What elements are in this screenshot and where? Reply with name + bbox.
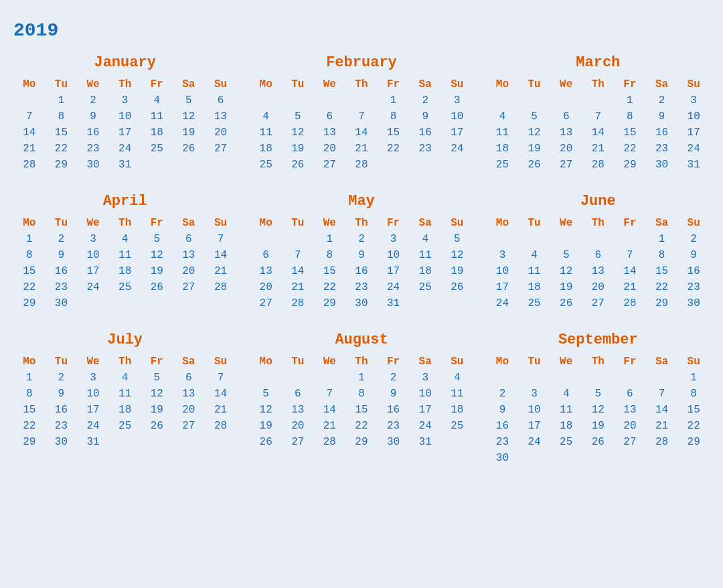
day-cell: 18 <box>518 279 550 295</box>
day-cell <box>173 157 205 173</box>
day-cell: 27 <box>314 157 346 173</box>
day-cell: 28 <box>282 295 314 311</box>
day-header: Th <box>345 76 378 92</box>
day-cell <box>518 450 550 466</box>
month-table: MoTuWeThFrSaSu12345678910111213141516171… <box>250 76 473 173</box>
day-header: Sa <box>409 354 441 370</box>
day-cell: 26 <box>141 418 173 434</box>
day-cell <box>409 157 441 173</box>
day-cell <box>250 370 282 386</box>
day-cell: 17 <box>77 402 109 418</box>
day-cell: 5 <box>250 386 282 402</box>
day-cell: 16 <box>46 263 78 279</box>
day-cell: 10 <box>109 108 141 125</box>
month-march: MarchMoTuWeThFrSaSu123456789101112131415… <box>487 54 710 173</box>
day-cell: 5 <box>141 231 173 247</box>
day-cell: 8 <box>46 108 78 125</box>
month-name: August <box>250 332 473 348</box>
day-cell: 29 <box>314 295 346 311</box>
day-cell: 17 <box>441 125 473 141</box>
day-cell: 22 <box>46 141 78 157</box>
calendar-grid: JanuaryMoTuWeThFrSaSu1234567891011121314… <box>13 54 710 466</box>
day-cell: 3 <box>378 231 410 247</box>
day-header: Mo <box>487 354 519 370</box>
day-header: Fr <box>141 354 173 370</box>
day-cell: 12 <box>550 263 582 279</box>
day-cell <box>550 92 582 108</box>
day-cell: 3 <box>677 92 710 108</box>
day-cell <box>141 157 173 173</box>
day-cell <box>141 295 173 311</box>
day-cell: 14 <box>282 263 314 279</box>
day-cell: 3 <box>441 92 473 108</box>
day-header: We <box>550 76 582 92</box>
day-cell: 28 <box>582 157 614 173</box>
day-cell: 18 <box>109 263 141 279</box>
day-cell: 10 <box>487 263 519 279</box>
day-cell: 11 <box>109 386 141 402</box>
day-cell <box>173 295 205 311</box>
day-cell <box>409 295 441 311</box>
day-header: Sa <box>173 76 205 92</box>
day-cell: 22 <box>314 279 346 295</box>
day-cell: 15 <box>614 125 646 141</box>
day-cell: 16 <box>487 418 519 434</box>
day-cell <box>250 231 282 247</box>
day-header: Sa <box>173 215 205 231</box>
month-june: JuneMoTuWeThFrSaSu1234567891011121314151… <box>487 193 710 311</box>
day-cell: 4 <box>141 92 173 108</box>
day-cell: 23 <box>46 418 78 434</box>
day-cell: 15 <box>646 263 678 279</box>
day-header: Tu <box>282 215 314 231</box>
day-cell: 16 <box>345 263 378 279</box>
month-name: June <box>487 193 710 210</box>
day-cell: 10 <box>409 386 441 402</box>
month-table: MoTuWeThFrSaSu12345678910111213141516171… <box>250 354 473 450</box>
day-cell: 30 <box>677 295 710 311</box>
day-cell: 30 <box>646 157 678 173</box>
month-table: MoTuWeThFrSaSu12345678910111213141516171… <box>250 215 473 311</box>
day-cell: 25 <box>109 279 141 295</box>
day-header: We <box>77 354 109 370</box>
day-cell <box>518 92 550 108</box>
day-cell: 26 <box>582 434 614 450</box>
day-header: Su <box>677 76 710 92</box>
day-cell: 7 <box>282 247 314 263</box>
day-cell: 23 <box>677 279 710 295</box>
day-cell: 22 <box>13 279 46 295</box>
day-cell: 8 <box>614 108 646 125</box>
day-cell <box>487 370 519 386</box>
day-cell: 7 <box>646 386 678 402</box>
day-cell: 26 <box>518 157 550 173</box>
day-cell: 3 <box>109 92 141 108</box>
day-cell: 24 <box>77 418 109 434</box>
day-header: Mo <box>13 76 46 92</box>
day-cell: 2 <box>46 231 78 247</box>
day-cell: 2 <box>409 92 441 108</box>
day-cell: 2 <box>77 92 109 108</box>
day-cell: 19 <box>518 141 550 157</box>
day-cell: 19 <box>141 402 173 418</box>
day-cell: 28 <box>314 434 346 450</box>
day-header: Th <box>345 215 378 231</box>
day-cell: 14 <box>614 263 646 279</box>
day-header: Th <box>109 76 141 92</box>
day-cell: 6 <box>173 370 205 386</box>
day-cell: 27 <box>550 157 582 173</box>
day-cell: 19 <box>582 418 614 434</box>
day-cell: 30 <box>46 434 78 450</box>
month-february: FebruaryMoTuWeThFrSaSu123456789101112131… <box>250 54 473 173</box>
day-cell: 17 <box>487 279 519 295</box>
day-cell: 10 <box>77 247 109 263</box>
day-cell: 5 <box>282 108 314 125</box>
day-cell: 4 <box>109 370 141 386</box>
day-cell: 6 <box>250 247 282 263</box>
day-cell <box>677 450 710 466</box>
day-cell: 2 <box>46 370 78 386</box>
day-cell <box>582 92 614 108</box>
day-cell: 4 <box>518 247 550 263</box>
day-cell <box>550 450 582 466</box>
day-header: Mo <box>13 215 46 231</box>
month-table: MoTuWeThFrSaSu12345678910111213141516171… <box>487 354 710 466</box>
day-header: Th <box>345 354 378 370</box>
